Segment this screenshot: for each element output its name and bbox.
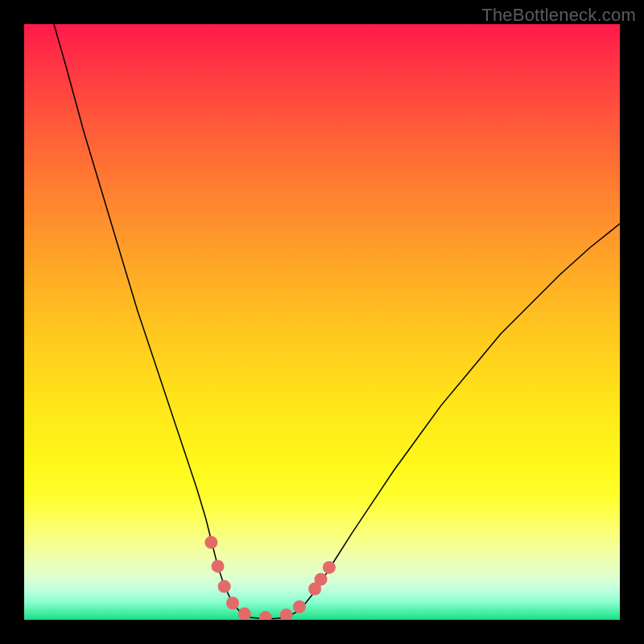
highlight-marker — [259, 611, 272, 620]
highlight-marker — [323, 561, 336, 574]
highlight-marker — [218, 580, 231, 593]
highlight-marker — [238, 608, 251, 620]
chart-stage: TheBottleneck.com — [0, 0, 644, 644]
highlight-marker — [280, 609, 293, 620]
highlight-marker — [226, 597, 239, 609]
highlight-marker — [293, 601, 306, 613]
highlight-marker — [212, 559, 225, 572]
highlight-marker — [204, 536, 217, 549]
plot-area — [24, 24, 620, 620]
watermark-text: TheBottleneck.com — [481, 5, 636, 26]
highlight-marker — [315, 573, 328, 586]
marker-layer — [24, 24, 620, 620]
